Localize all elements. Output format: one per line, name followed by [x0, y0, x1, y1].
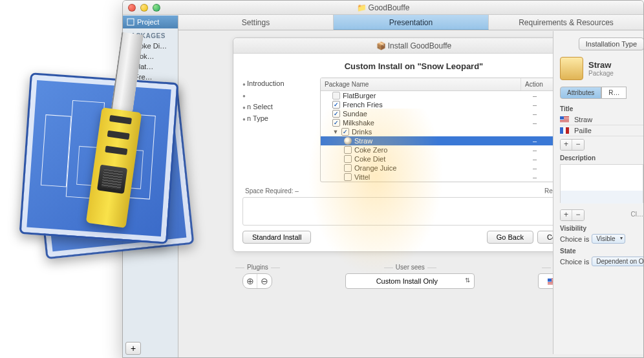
visibility-label: Visibility — [560, 225, 643, 232]
plus-icon: + — [561, 140, 572, 150]
state-label: State — [560, 247, 643, 255]
flag-fr-icon — [560, 127, 569, 134]
svg-rect-0 — [127, 19, 134, 25]
main-tabs: Settings Presentation Requirements & Res… — [178, 15, 643, 30]
zoom-icon[interactable] — [153, 4, 160, 12]
inspector-panel: Installation Type Straw Package Attribut… — [553, 31, 643, 354]
minus-icon: − — [572, 140, 584, 150]
action-cell: – — [516, 110, 553, 118]
state-select[interactable]: Dependent on Oth… — [592, 257, 643, 266]
table-row[interactable]: French Fries– — [321, 100, 585, 109]
action-cell: – — [516, 164, 553, 172]
plugins-label: Plugins — [233, 264, 283, 271]
hero-artwork — [18, 71, 199, 271]
clear-button[interactable]: Cl… — [631, 211, 643, 218]
plugins-stepper[interactable]: ⊕⊖ — [242, 273, 272, 289]
action-cell: – — [516, 92, 553, 100]
selection-kind: Package — [588, 70, 614, 77]
table-row[interactable]: FlatBurger– — [321, 91, 585, 100]
action-cell: – — [516, 155, 553, 163]
installation-type-button[interactable]: Installation Type — [579, 37, 643, 50]
tab-settings[interactable]: Settings — [178, 15, 334, 30]
locale-row[interactable]: Straw — [560, 114, 643, 125]
tab-presentation[interactable]: Presentation — [334, 15, 489, 30]
installer-title: 📦Install GoodBouffe — [233, 38, 594, 54]
sidebar-header[interactable]: Project — [123, 16, 178, 28]
close-icon[interactable] — [128, 4, 136, 12]
titlebar: 📁GoodBouffe — [123, 1, 643, 15]
installer-steps: Introduction n Select n Type — [242, 78, 314, 182]
toolbar: Plugins ⊕⊖ User sees Custom Install Only… — [233, 264, 599, 289]
description-editor[interactable] — [560, 164, 643, 203]
tab-attributes[interactable]: Attributes — [560, 87, 601, 99]
checkbox[interactable] — [332, 92, 340, 100]
locale-row[interactable]: Paille — [560, 125, 643, 136]
title-label: Title — [560, 105, 643, 112]
main-window: 📁GoodBouffe Project PACKAGES Coke Di… Co… — [122, 0, 644, 358]
package-icon: 📦 — [376, 41, 386, 50]
background-art — [308, 109, 444, 277]
flag-us-icon — [560, 116, 569, 123]
usersees-select[interactable]: Custom Install Only — [345, 273, 475, 289]
col-name[interactable]: Package Name — [321, 78, 521, 90]
add-button[interactable]: + — [125, 342, 141, 355]
main-content: 📦Install GoodBouffe Custom Install on "S… — [178, 31, 605, 354]
action-cell: – — [516, 119, 553, 127]
plus-icon: ⊕ — [243, 274, 257, 288]
usersees-label: User sees — [292, 264, 529, 271]
package-name: French Fries — [343, 101, 383, 109]
minus-icon: − — [572, 210, 584, 220]
action-cell: – — [516, 173, 553, 181]
action-cell: – — [516, 101, 553, 109]
action-cell: – — [516, 146, 553, 154]
window-title: 📁GoodBouffe — [123, 3, 643, 12]
package-name: FlatBurger — [343, 92, 376, 100]
selection-name: Straw — [588, 60, 614, 70]
plus-icon: + — [561, 210, 572, 220]
visibility-select[interactable]: Visible — [592, 234, 625, 244]
installer-heading: Custom Install on "Snow Leopard" — [242, 61, 585, 71]
description-stepper[interactable]: +− — [560, 209, 585, 221]
locale-stepper[interactable]: +− — [560, 139, 585, 151]
description-label: Description — [560, 154, 643, 162]
go-back-button[interactable]: Go Back — [487, 231, 533, 244]
tab-requirements[interactable]: Requirements & Resources — [489, 15, 643, 30]
minimize-icon[interactable] — [140, 4, 148, 12]
action-cell: – — [516, 137, 553, 145]
project-icon — [127, 18, 134, 26]
standard-install-button[interactable]: Standard Install — [242, 231, 311, 244]
minus-icon: ⊖ — [257, 274, 272, 288]
package-icon — [560, 57, 583, 80]
tab-other[interactable]: R… — [601, 87, 627, 99]
checkbox[interactable] — [332, 101, 340, 109]
